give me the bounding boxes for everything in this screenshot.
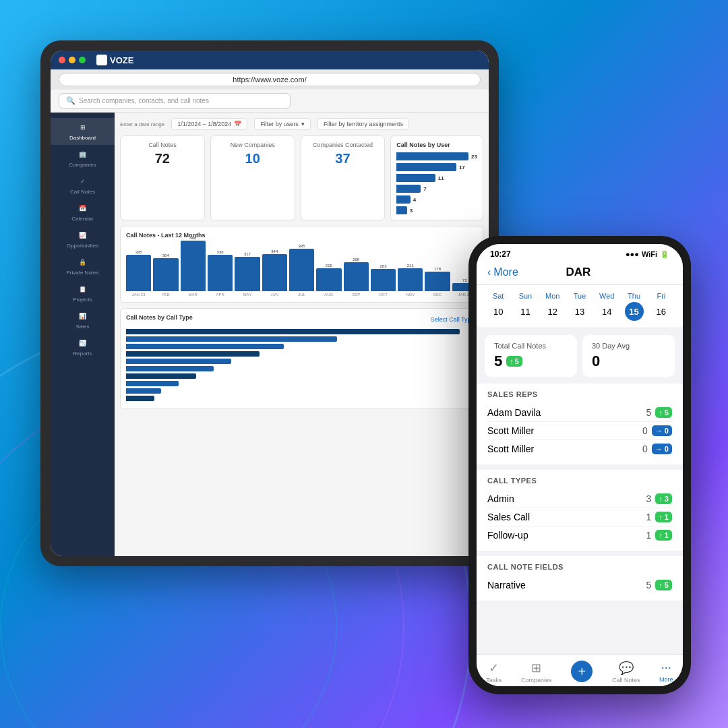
bar-group: 344 JUN	[262, 249, 287, 297]
call-type-admin-name: Admin	[487, 493, 514, 504]
tablet-searchbar: 🔍 Search companies, contacts, and call n…	[51, 90, 489, 113]
call-type-sales-badge: ↑ 1	[655, 512, 672, 522]
cal-day-name: Tue	[574, 292, 586, 300]
bar	[398, 268, 423, 291]
bar-chart-card: Call Notes - Last 12 Months 335 JAN 23 3…	[120, 226, 483, 303]
cal-day[interactable]: Sat 10	[485, 292, 512, 321]
bar-group: 317 MAY	[235, 252, 260, 297]
cal-day[interactable]: Tue 13	[566, 292, 593, 321]
bar-label: NOV	[406, 293, 415, 297]
bar-label: FEB	[162, 293, 170, 297]
users-filter[interactable]: Filter by users ▾	[254, 118, 311, 130]
close-button[interactable]	[59, 57, 65, 63]
bar-value: 215	[326, 264, 332, 268]
call-type-admin-badge: ↑ 3	[655, 493, 672, 504]
cal-day[interactable]: Wed 14	[593, 292, 620, 321]
thirty-day-avg-label: 30 Day Avg	[592, 342, 665, 350]
territory-filter[interactable]: Filter by territory assignments	[317, 118, 409, 130]
bar-value: 468	[189, 236, 196, 240]
user-bar-fill	[396, 185, 421, 193]
cal-day[interactable]: Thu 15	[620, 292, 647, 321]
bar	[289, 249, 314, 291]
tab-tasks[interactable]: ✓ Tasks	[486, 661, 502, 684]
opportunities-icon: 📈	[78, 230, 88, 241]
tab-call-notes[interactable]: 💬 Call Notes	[612, 661, 640, 684]
url-input[interactable]: https://www.voze.com/	[59, 73, 481, 86]
cal-day[interactable]: Fri 16	[648, 292, 675, 321]
field-narrative-right: 5 ↑ 5	[646, 580, 672, 590]
stat-new-companies-value[interactable]: 10	[219, 151, 286, 166]
user-bar-row: 4	[396, 195, 477, 204]
sidebar-item-label: Dashboard	[69, 135, 96, 141]
bar-value: 203	[380, 264, 386, 268]
call-type-sales-value: 1	[646, 512, 652, 522]
sidebar-item-dashboard[interactable]: ⊞ Dashboard	[51, 118, 115, 145]
sidebar-item-companies[interactable]: 🏢 Companies	[51, 145, 115, 172]
sidebar-item-label: Call Notes	[70, 189, 95, 195]
bar-group: 304 FEB	[153, 253, 178, 297]
wifi-icon: WiFi	[642, 250, 657, 258]
sidebar-item-label: Calendar	[71, 216, 93, 222]
tab-add[interactable]: +	[571, 661, 593, 684]
minimize-button[interactable]	[69, 57, 75, 63]
call-note-fields-section: CALL NOTE FIELDS Narrative 5 ↑ 5	[477, 556, 683, 601]
tab-companies[interactable]: ⊞ Companies	[521, 661, 552, 684]
bar	[153, 258, 178, 291]
thirty-day-avg-value: 0	[592, 353, 665, 370]
bar-label: JUN	[270, 293, 278, 297]
stat-companies-contacted-value[interactable]: 37	[309, 151, 377, 166]
bar-group: 203 OCT	[371, 264, 396, 297]
user-bar-fill	[396, 152, 468, 160]
cal-day-name: Thu	[628, 292, 640, 300]
call-type-admin-row: Admin 3 ↑ 3	[487, 490, 672, 508]
sidebar-item-label: Opportunities	[67, 243, 99, 249]
date-range-label: Enter a date range	[120, 121, 164, 127]
tab-more[interactable]: ··· More	[659, 661, 673, 684]
cal-day[interactable]: Mon 12	[539, 292, 566, 321]
bar-value: 72	[462, 278, 467, 282]
horiz-bar-row	[126, 381, 477, 386]
call-type-sales-row: Sales Call 1 ↑ 1	[487, 508, 672, 526]
status-icons: ●●● WiFi 🔋	[626, 250, 669, 259]
badge-value: 5	[515, 357, 519, 365]
phone-tabbar: ✓ Tasks ⊞ Companies + 💬 Call Notes ··· M…	[477, 655, 683, 686]
tab-call-notes-label: Call Notes	[612, 677, 640, 684]
horiz-bar	[126, 366, 214, 371]
bar-group: 336 APR	[208, 250, 233, 297]
voze-logo: VOZE	[96, 55, 133, 65]
bar	[425, 272, 450, 291]
bar	[262, 254, 287, 291]
user-bar-value: 17	[459, 164, 465, 171]
maximize-button[interactable]	[79, 57, 86, 63]
sidebar-item-private-notes[interactable]: 🔒 Private Notes	[51, 253, 115, 280]
sidebar-item-calendar[interactable]: 📅 Calendar	[51, 199, 115, 226]
bar-value: 304	[162, 253, 169, 257]
horiz-bar-row	[126, 359, 477, 364]
bar-value: 268	[353, 257, 359, 262]
bar-group: 211 NOV	[398, 264, 423, 297]
cal-day-name: Mon	[545, 292, 559, 300]
rep-adam-name: Adam Davila	[487, 407, 541, 418]
cal-day[interactable]: Sun 11	[512, 292, 539, 321]
sidebar-item-opportunities[interactable]: 📈 Opportunities	[51, 226, 115, 253]
charts-row: Call Notes - Last 12 Months 335 JAN 23 3…	[120, 226, 483, 303]
horiz-bar-row	[126, 351, 477, 357]
bar-label: OCT	[379, 293, 388, 297]
horiz-bar-row	[126, 373, 477, 379]
dashboard-content: Enter a date range 1/1/2024 – 1/8/2024 📅…	[115, 113, 489, 556]
date-range-filter[interactable]: 1/1/2024 – 1/8/2024 📅	[171, 118, 247, 130]
sidebar-item-label: Reports	[73, 351, 92, 357]
date-range-value: 1/1/2024 – 1/8/2024	[177, 121, 231, 127]
tablet-device: VOZE https://www.voze.com/ 🔍 Search comp…	[40, 40, 499, 566]
nav-back-button[interactable]: ‹ More	[487, 266, 518, 278]
bar-group: 178 DEC	[425, 267, 450, 297]
horiz-bar	[126, 351, 260, 357]
bar-group: 395 JUL	[289, 244, 314, 297]
sidebar-item-call-notes[interactable]: ✓ Call Notes	[51, 172, 115, 199]
sidebar-item-sales[interactable]: 📊 Sales	[51, 307, 115, 334]
horiz-bar-row	[126, 336, 477, 342]
cal-day-number: 16	[652, 302, 671, 321]
sidebar-item-projects[interactable]: 📋 Projects	[51, 280, 115, 307]
search-input-box[interactable]: 🔍 Search companies, contacts, and call n…	[59, 93, 291, 109]
sidebar-item-reports[interactable]: 📉 Reports	[51, 334, 115, 361]
